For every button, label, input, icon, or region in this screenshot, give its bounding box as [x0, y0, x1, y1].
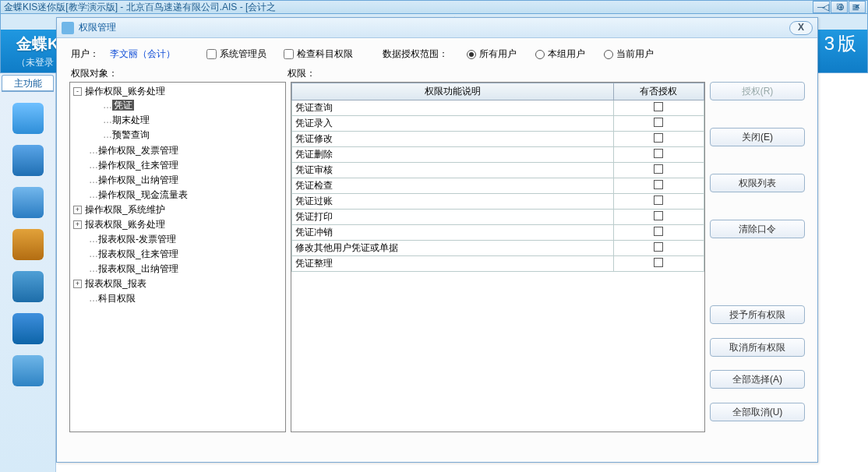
table-row[interactable]: 凭证检查 — [292, 178, 704, 194]
perm-auth-cell[interactable] — [613, 116, 704, 132]
perm-auth-cell[interactable] — [613, 256, 704, 272]
perm-desc-cell: 凭证打印 — [292, 210, 614, 225]
label-perm: 权限： — [288, 67, 803, 80]
perm-desc-cell: 凭证删除 — [292, 147, 614, 163]
dialog-top-row: 用户： 李文丽（会计） 系统管理员 检查科目权限 数据授权范围： 所有用户 本组… — [57, 38, 817, 67]
perm-auth-cell[interactable] — [613, 178, 704, 194]
perm-list-button[interactable]: 权限列表 — [710, 174, 805, 192]
table-row[interactable]: 凭证删除 — [292, 147, 704, 163]
perm-auth-cell[interactable] — [613, 225, 704, 241]
checkbox-icon[interactable] — [654, 227, 663, 236]
deselect-all-button[interactable]: 全部取消(U) — [710, 403, 805, 421]
sysadmin-checkbox[interactable]: 系统管理员 — [206, 48, 266, 61]
tree-node[interactable]: 报表权限_往来管理 — [98, 248, 178, 259]
back-icon[interactable]: ◁ — [822, 2, 829, 12]
tree-node[interactable]: 预警查询 — [112, 129, 150, 140]
perm-desc-cell: 修改其他用户凭证或单据 — [292, 241, 614, 256]
checkbox-icon[interactable] — [654, 149, 663, 158]
dialog-close-button[interactable]: X — [789, 21, 813, 35]
dialog-icon — [62, 22, 74, 34]
tree-node[interactable]: 报表权限-发票管理 — [98, 234, 176, 245]
perm-auth-cell[interactable] — [613, 147, 704, 163]
balloon-icon[interactable]: ⊕ — [837, 2, 845, 12]
check-subject-checkbox[interactable]: 检查科目权限 — [284, 48, 353, 61]
checkbox-icon[interactable] — [654, 211, 663, 220]
note-icon[interactable]: ≣ — [852, 2, 859, 12]
checkbox-icon[interactable] — [654, 242, 663, 252]
expand-icon[interactable]: + — [73, 206, 82, 214]
tree-node[interactable]: 报表权限_出纳管理 — [98, 263, 178, 274]
brand-sub: （未登录 — [16, 56, 58, 69]
tree-node[interactable]: 操作权限_系统维护 — [85, 203, 165, 217]
dialog-titlebar: 权限管理 X — [57, 18, 817, 38]
tree-node[interactable]: 报表权限_账务处理 — [85, 218, 165, 231]
authorize-button[interactable]: 授权(R) — [710, 82, 805, 100]
table-row[interactable]: 凭证打印 — [292, 210, 704, 225]
checkbox-icon[interactable] — [654, 133, 663, 143]
table-row[interactable]: 凭证查询 — [292, 100, 704, 116]
tree-node[interactable]: 期末处理 — [112, 114, 150, 125]
perm-desc-cell: 凭证查询 — [292, 100, 614, 116]
tree-node[interactable]: 操作权限_往来管理 — [98, 160, 178, 171]
perm-auth-cell[interactable] — [613, 132, 704, 147]
checkbox-icon[interactable] — [654, 180, 663, 189]
radio-current-user[interactable]: 当前用户 — [604, 48, 654, 61]
perm-desc-cell: 凭证整理 — [292, 256, 614, 272]
checkbox-icon[interactable] — [654, 164, 663, 174]
collapse-icon[interactable]: - — [73, 87, 82, 96]
checkbox-icon[interactable] — [654, 195, 663, 205]
user-label: 用户： — [71, 48, 99, 61]
perm-auth-cell[interactable] — [613, 100, 704, 116]
sidebar-tab-main[interactable]: 主功能 — [2, 75, 54, 92]
perm-auth-cell[interactable] — [613, 210, 704, 225]
radio-group-users[interactable]: 本组用户 — [535, 48, 585, 61]
perm-desc-cell: 凭证冲销 — [292, 225, 614, 241]
table-row[interactable]: 凭证录入 — [292, 116, 704, 132]
dialog-title: 权限管理 — [79, 21, 116, 34]
perm-auth-cell[interactable] — [613, 194, 704, 210]
table-row[interactable]: 修改其他用户凭证或单据 — [292, 241, 704, 256]
report-icon[interactable] — [12, 355, 44, 386]
checkbox-icon[interactable] — [654, 118, 663, 127]
tree-node[interactable]: 操作权限_发票管理 — [98, 145, 178, 156]
grant-all-button[interactable]: 授予所有权限 — [710, 305, 805, 324]
perm-desc-cell: 凭证录入 — [292, 116, 614, 132]
calendar-icon[interactable] — [12, 271, 44, 302]
expand-icon[interactable]: + — [73, 220, 82, 229]
clear-password-button[interactable]: 清除口令 — [710, 220, 805, 238]
permission-tree[interactable]: -操作权限_账务处理 凭证 期末处理 预警查询 操作权限_发票管理 操作权限_往… — [69, 82, 286, 432]
table-row[interactable]: 凭证过账 — [292, 194, 704, 210]
table-row[interactable]: 凭证冲销 — [292, 225, 704, 241]
checkbox-icon[interactable] — [654, 258, 663, 267]
tree-node[interactable]: 报表权限_报表 — [85, 277, 146, 291]
tree-node-selected[interactable]: 凭证 — [112, 100, 134, 111]
tree-node[interactable]: 操作权限_账务处理 — [85, 85, 165, 98]
tree-node[interactable]: 操作权限_出纳管理 — [98, 174, 178, 185]
sidebar: 主功能 — [0, 73, 56, 472]
perm-desc-cell: 凭证检查 — [292, 178, 614, 194]
table-row[interactable]: 凭证审核 — [292, 163, 704, 178]
table-row[interactable]: 凭证修改 — [292, 132, 704, 147]
moneybag-icon[interactable] — [12, 229, 44, 260]
perm-auth-cell[interactable] — [613, 163, 704, 178]
user-value: 李文丽（会计） — [110, 48, 175, 61]
col-desc: 权限功能说明 — [292, 83, 614, 100]
book-icon[interactable] — [12, 145, 44, 176]
folder-icon[interactable] — [12, 187, 44, 218]
button-column: 授权(R) 关闭(E) 权限列表 清除口令 授予所有权限 取消所有权限 全部选择… — [710, 82, 805, 432]
checkbox-icon[interactable] — [654, 102, 663, 111]
expand-icon[interactable]: + — [73, 280, 82, 288]
close-button[interactable]: 关闭(E) — [710, 128, 805, 146]
label-object: 权限对象： — [71, 67, 288, 80]
perm-auth-cell[interactable] — [613, 241, 704, 256]
perm-desc-cell: 凭证审核 — [292, 163, 614, 178]
radio-all-users[interactable]: 所有用户 — [467, 48, 517, 61]
revoke-all-button[interactable]: 取消所有权限 — [710, 338, 805, 357]
select-all-button[interactable]: 全部选择(A) — [710, 370, 805, 389]
tree-node[interactable]: 操作权限_现金流量表 — [98, 189, 188, 200]
tools-icon[interactable] — [12, 313, 44, 344]
permission-table[interactable]: 权限功能说明 有否授权 凭证查询凭证录入凭证修改凭证删除凭证审核凭证检查凭证过账… — [291, 82, 705, 432]
tree-node[interactable]: 科目权限 — [98, 293, 136, 304]
table-row[interactable]: 凭证整理 — [292, 256, 704, 272]
monitor-icon[interactable] — [12, 103, 44, 134]
